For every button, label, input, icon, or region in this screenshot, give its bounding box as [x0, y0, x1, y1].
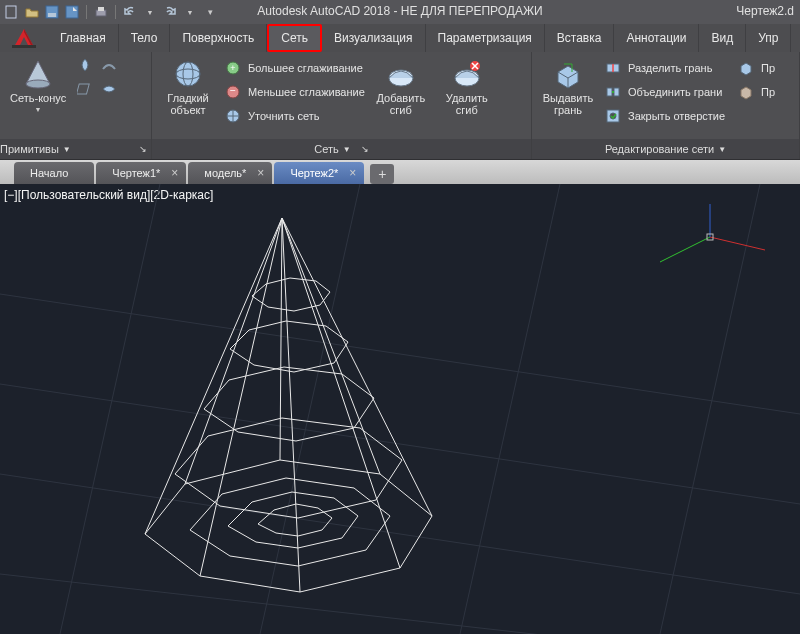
close-icon[interactable]: × [349, 166, 356, 180]
tab-insert[interactable]: Вставка [545, 24, 615, 52]
svg-point-11 [176, 62, 200, 86]
merge-face-button[interactable]: Объединить грани [604, 82, 725, 102]
tabulated-surface-icon[interactable] [76, 80, 94, 98]
svg-rect-29 [614, 88, 619, 96]
separator [86, 5, 87, 19]
panel-mesh: Гладкий объект + Большее сглаживание − М… [152, 52, 532, 159]
doc-tab-model[interactable]: модель*× [188, 162, 272, 184]
svg-rect-2 [48, 13, 56, 17]
tab-mesh[interactable]: Сеть [267, 24, 322, 52]
close-icon[interactable]: × [257, 166, 264, 180]
close-hole-label: Закрыть отверстие [628, 110, 725, 122]
edge-surface-icon[interactable] [100, 80, 118, 98]
svg-rect-5 [98, 7, 104, 11]
tab-surface[interactable]: Поверхность [170, 24, 267, 52]
separator [115, 5, 116, 19]
print-icon[interactable] [93, 4, 109, 20]
split-face-label: Разделить грань [628, 62, 712, 74]
viewport[interactable]: [−][Пользовательский вид][2D-каркас] [0, 184, 800, 634]
chevron-down-icon: ▼ [35, 106, 42, 113]
new-icon[interactable] [4, 4, 20, 20]
svg-line-46 [280, 218, 282, 460]
panel-mesh-edit: Выдавить грань Разделить грань Объединит… [532, 52, 800, 159]
remove-crease-label: Удалить сгиб [446, 92, 488, 116]
svg-line-40 [145, 218, 282, 534]
svg-rect-28 [607, 88, 612, 96]
svg-rect-10 [77, 84, 89, 94]
saveas-icon[interactable] [64, 4, 80, 20]
pr-list: Пр Пр [731, 56, 775, 102]
add-crease-icon [385, 58, 417, 90]
pr-label: Пр [761, 62, 775, 74]
doc-tab-start[interactable]: Начало [14, 162, 94, 184]
panel-primitives: Сеть-конус ▼ Примитивы ▼ ↘ [0, 52, 152, 159]
svg-line-45 [282, 218, 380, 474]
svg-line-44 [282, 218, 432, 516]
panel-title-label: Сеть [314, 143, 338, 155]
panel-title-label: Примитивы [0, 143, 59, 155]
tab-view[interactable]: Вид [699, 24, 746, 52]
add-crease-label: Добавить сгиб [377, 92, 426, 116]
dropdown-icon[interactable]: ▼ [142, 4, 158, 20]
more-smooth-label: Большее сглаживание [248, 62, 363, 74]
panel-title-primitives[interactable]: Примитивы ▼ ↘ [0, 139, 151, 159]
panel-title-mesh-edit[interactable]: Редактирование сети ▼ [532, 139, 799, 159]
svg-line-49 [710, 237, 765, 250]
save-icon[interactable] [44, 4, 60, 20]
sphere-smooth-icon [172, 58, 204, 90]
smooth-object-button[interactable]: Гладкий объект [158, 56, 218, 118]
cube-icon [737, 83, 755, 101]
pr-button-2[interactable]: Пр [737, 82, 775, 102]
primitive-small-grid [76, 56, 120, 100]
close-hole-button[interactable]: Закрыть отверстие [604, 106, 725, 126]
cone-icon [22, 58, 54, 90]
svg-line-50 [660, 237, 710, 262]
tab-annotate[interactable]: Аннотации [614, 24, 699, 52]
app-menu-button[interactable] [0, 24, 48, 52]
mesh-cone-button[interactable]: Сеть-конус ▼ [6, 56, 70, 115]
undo-icon[interactable] [122, 4, 138, 20]
pr-button-1[interactable]: Пр [737, 58, 775, 78]
panel-title-mesh[interactable]: Сеть ▼ ↘ [152, 139, 531, 159]
tab-home[interactable]: Главная [48, 24, 119, 52]
open-icon[interactable] [24, 4, 40, 20]
less-smooth-button[interactable]: − Меньшее сглаживание [224, 82, 365, 102]
split-face-icon [604, 59, 622, 77]
doc-tab-drawing1[interactable]: Чертеж1*× [96, 162, 186, 184]
extrude-face-button[interactable]: Выдавить грань [538, 56, 598, 118]
app-title: Autodesk AutoCAD 2018 - НЕ ДЛЯ ПЕРЕПРОДА… [257, 4, 542, 18]
new-tab-button[interactable]: + [370, 164, 394, 184]
revolved-surface-icon[interactable] [76, 56, 94, 74]
more-smooth-button[interactable]: + Большее сглаживание [224, 58, 365, 78]
add-crease-button[interactable]: Добавить сгиб [371, 56, 431, 118]
refine-mesh-button[interactable]: Уточнить сеть [224, 106, 365, 126]
qat-expand-icon[interactable]: ▾ [202, 4, 218, 20]
redo-icon[interactable] [162, 4, 178, 20]
panel-launcher-icon[interactable]: ↘ [139, 144, 151, 154]
dropdown-icon[interactable]: ▼ [182, 4, 198, 20]
quick-access-toolbar: ▼ ▼ ▾ Autodesk AutoCAD 2018 - НЕ ДЛЯ ПЕР… [0, 0, 800, 24]
remove-crease-button[interactable]: Удалить сгиб [437, 56, 497, 118]
doc-tab-label: Чертеж1* [112, 167, 160, 179]
svg-rect-0 [6, 6, 16, 18]
menu-tabs: Главная Тело Поверхность Сеть Визуализац… [0, 24, 800, 52]
svg-point-9 [26, 80, 50, 88]
ribbon: Сеть-конус ▼ Примитивы ▼ ↘ Гладкий объек… [0, 52, 800, 160]
panel-launcher-icon[interactable]: ↘ [361, 144, 369, 154]
less-smooth-label: Меньшее сглаживание [248, 86, 365, 98]
extrude-face-label: Выдавить грань [543, 92, 594, 116]
ruled-surface-icon[interactable] [100, 56, 118, 74]
mesh-cone-label: Сеть-конус [10, 92, 66, 104]
doc-tab-drawing2[interactable]: Чертеж2*× [274, 162, 364, 184]
tab-manage[interactable]: Упр [746, 24, 791, 52]
doc-tab-label: Начало [30, 167, 68, 179]
svg-line-41 [200, 218, 282, 576]
split-face-button[interactable]: Разделить грань [604, 58, 725, 78]
panel-title-label: Редактирование сети [605, 143, 714, 155]
smooth-less-icon: − [224, 83, 242, 101]
tab-solid[interactable]: Тело [119, 24, 171, 52]
close-icon[interactable]: × [171, 166, 178, 180]
extrude-face-icon [552, 58, 584, 90]
tab-visualize[interactable]: Визуализация [322, 24, 426, 52]
tab-parametric[interactable]: Параметризация [426, 24, 545, 52]
